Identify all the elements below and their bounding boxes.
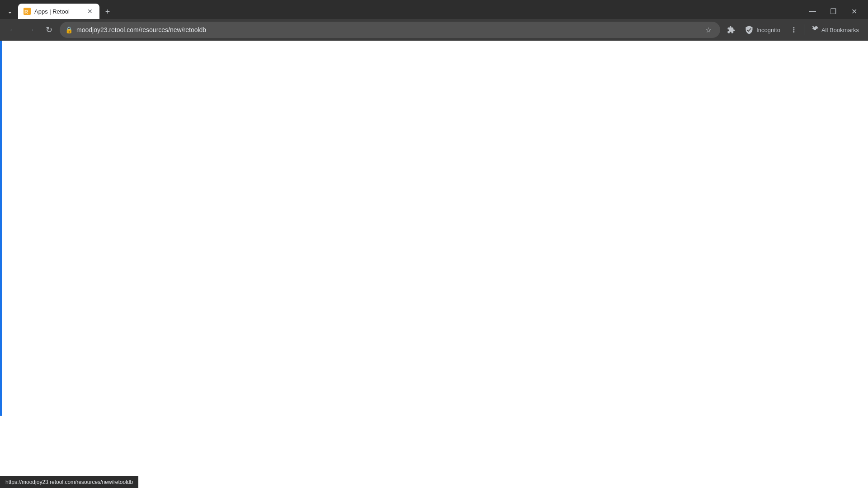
lock-icon: 🔒: [65, 26, 73, 33]
reload-button[interactable]: ↻: [42, 23, 56, 37]
url-input[interactable]: [76, 26, 698, 33]
back-button[interactable]: ←: [5, 23, 20, 37]
window-controls: — ❐ ✕: [802, 4, 868, 19]
minimize-button[interactable]: —: [802, 4, 823, 19]
incognito-label: Incognito: [756, 27, 780, 33]
all-bookmarks-button[interactable]: All Bookmarks: [809, 24, 863, 35]
tabs-container: R Apps | Retool ✕ +: [16, 4, 802, 19]
tab-close-button[interactable]: ✕: [86, 7, 94, 15]
loading-indicator: [0, 41, 2, 416]
tab-title: Apps | Retool: [34, 8, 82, 15]
status-bar: https://moodjoy23.retool.com/resources/n…: [0, 476, 138, 488]
tab-dropdown-button[interactable]: [4, 6, 16, 19]
new-tab-button[interactable]: +: [101, 5, 114, 18]
maximize-button[interactable]: ❐: [823, 4, 844, 19]
forward-button[interactable]: →: [24, 23, 38, 37]
extensions-button[interactable]: [724, 23, 738, 37]
toolbar-separator: [805, 24, 805, 35]
tab-bar-left: [0, 6, 16, 19]
nav-bar: ← → ↻ 🔒 ☆: [0, 19, 868, 41]
active-tab[interactable]: R Apps | Retool ✕: [18, 4, 99, 19]
close-button[interactable]: ✕: [844, 4, 864, 19]
bookmark-button[interactable]: ☆: [702, 23, 715, 36]
toolbar-right: Incognito All Bookmarks: [724, 23, 863, 37]
page-content: [0, 41, 868, 488]
incognito-profile-button[interactable]: Incognito: [740, 23, 785, 36]
svg-text:R: R: [24, 9, 28, 14]
all-bookmarks-label: All Bookmarks: [821, 27, 859, 33]
address-bar[interactable]: 🔒 ☆: [60, 22, 720, 38]
tab-bar: R Apps | Retool ✕ + — ❐ ✕: [0, 0, 868, 19]
status-url: https://moodjoy23.retool.com/resources/n…: [5, 479, 133, 485]
browser-chrome: R Apps | Retool ✕ + — ❐ ✕: [0, 0, 868, 41]
menu-button[interactable]: [787, 23, 801, 37]
retool-favicon: R: [24, 8, 31, 15]
